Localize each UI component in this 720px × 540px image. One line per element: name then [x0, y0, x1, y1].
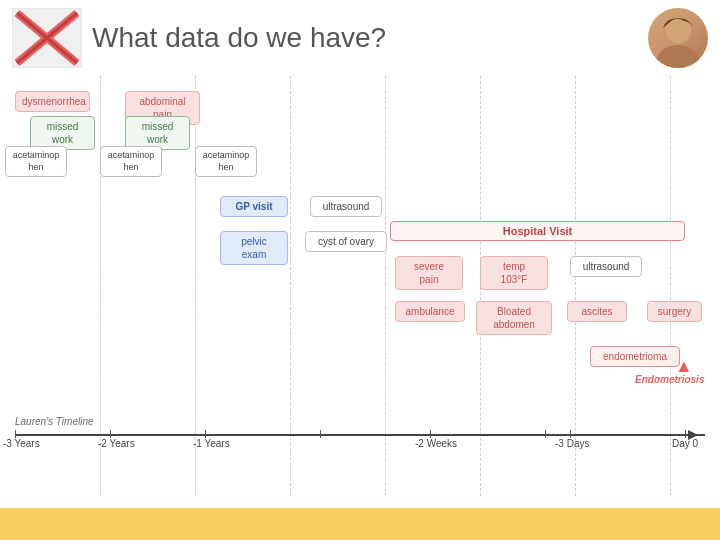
label-minus3: -3 Years [3, 438, 40, 449]
tick-minus3d [570, 430, 571, 438]
avatar [648, 8, 708, 68]
ambulance-chip: ambulance [395, 301, 465, 322]
label-minus2: -2 Years [98, 438, 135, 449]
missed-work-chip-2: missed work [125, 116, 190, 150]
bottom-bar [0, 508, 720, 540]
dysmenorrhea-chip: dysmenorrhea [15, 91, 90, 112]
temp-103-chip: temp103°F [480, 256, 548, 290]
surgery-chip: surgery [647, 301, 702, 322]
pelvic-exam-chip: pelvicexam [220, 231, 288, 265]
col-line-1 [100, 76, 101, 496]
acetaminop-chip-3: acetaminophen [195, 146, 257, 177]
col-line-6 [575, 76, 576, 496]
main-content: dysmenorrhea abdominal pain missed work … [0, 76, 720, 496]
acetaminop-chip-1: acetaminophen [5, 146, 67, 177]
ultrasound-chip-1: ultrasound [310, 196, 382, 217]
bloated-abdomen-chip: Bloatedabdomen [476, 301, 552, 335]
ascites-chip: ascites [567, 301, 627, 322]
ultrasound-chip-2: ultrasound [570, 256, 642, 277]
svg-point-6 [656, 45, 700, 68]
timeline-label: Lauren's Timeline [15, 416, 94, 427]
tick-minus2w [430, 430, 431, 438]
col-line-3 [290, 76, 291, 496]
tick-day0 [685, 430, 686, 438]
endometrioma-chip: endometrioma [590, 346, 680, 367]
timeline-line [15, 434, 705, 436]
col-line-2 [195, 76, 196, 496]
missed-work-chip-1: missed work [30, 116, 95, 150]
logo [12, 8, 82, 68]
header: What data do we have? [0, 0, 720, 76]
label-minus2w: -2 Weeks [415, 438, 457, 449]
cyst-of-ovary-chip: cyst of ovary [305, 231, 387, 252]
timeline-arrow [688, 430, 698, 440]
endometriosis-label: Endometriosis [635, 374, 704, 385]
label-minus1: -1 Years [193, 438, 230, 449]
acetaminop-chip-2: acetaminophen [100, 146, 162, 177]
page-title: What data do we have? [92, 22, 648, 54]
col-line-4 [385, 76, 386, 496]
label-minus3d: -3 Days [555, 438, 589, 449]
severe-pain-chip: severepain [395, 256, 463, 290]
tick-mid1 [320, 430, 321, 438]
gp-visit-chip: GP visit [220, 196, 288, 217]
tick-minus3 [15, 430, 16, 438]
col-line-7 [670, 76, 671, 496]
tick-mid2 [545, 430, 546, 438]
hospital-visit-banner: Hospital Visit [390, 221, 685, 241]
tick-minus1 [205, 430, 206, 438]
tick-minus2 [110, 430, 111, 438]
